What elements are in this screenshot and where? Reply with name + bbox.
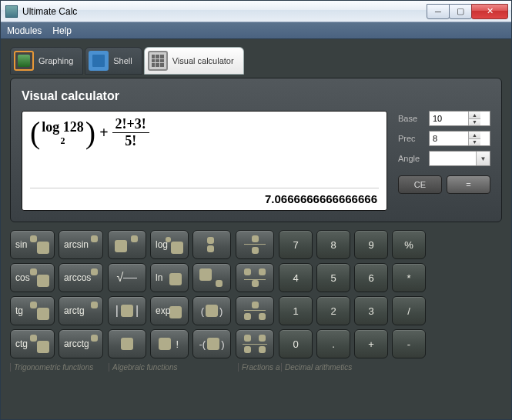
calculator-panel: Visual calculator ( log 128 2 ) + 2!+3! … [10, 78, 502, 222]
key-abs[interactable]: || [108, 296, 146, 325]
base-down[interactable]: ▼ [468, 119, 480, 126]
key-factorial[interactable]: ! [150, 329, 189, 358]
window-controls: ─ ▢ ✕ [427, 4, 508, 19]
key-log[interactable]: log [150, 230, 189, 259]
settings-column: Base ▲▼ Prec ▲▼ Angle [398, 111, 490, 211]
shell-icon [89, 51, 109, 71]
prec-down[interactable]: ▼ [468, 139, 480, 146]
key-arccos[interactable]: arccos [59, 263, 103, 292]
key-frac-1[interactable] [236, 230, 274, 259]
prec-up[interactable]: ▲ [468, 132, 480, 139]
log-base: 2 [61, 135, 65, 147]
key-frac-2[interactable] [236, 263, 274, 292]
group-labels: Trigonometric functions Algebraic functi… [10, 363, 502, 372]
key-power[interactable] [108, 230, 146, 259]
key-ln[interactable]: ln [150, 263, 189, 292]
key-multiply[interactable]: * [392, 263, 426, 292]
tab-shell-label: Shell [113, 56, 132, 65]
key-9[interactable]: 9 [354, 230, 388, 259]
chevron-down-icon[interactable]: ▼ [476, 152, 490, 165]
tab-visual-label: Visual calculator [172, 56, 234, 65]
keypad: sin arcsin cos arccos tg arctg ctg arcct… [10, 230, 502, 358]
key-ctg[interactable]: ctg [10, 329, 55, 358]
angle-label: Angle [398, 154, 424, 163]
key-7[interactable]: 7 [279, 230, 313, 259]
label-alg: Algebraic functions [109, 363, 238, 372]
key-arcctg[interactable]: arcctg [59, 329, 103, 358]
clear-button[interactable]: CE [398, 175, 442, 194]
base-spinner[interactable]: ▲▼ [429, 111, 490, 126]
menu-help[interactable]: Help [52, 25, 72, 36]
label-trig: Trigonometric functions [10, 363, 109, 372]
calculator-icon [148, 51, 168, 71]
fraction-denominator: 5! [122, 133, 139, 149]
key-cos[interactable]: cos [10, 263, 55, 292]
key-4[interactable]: 4 [279, 263, 313, 292]
key-sin[interactable]: sin [10, 230, 55, 259]
key-0[interactable]: 0 [279, 329, 313, 358]
key-percent[interactable]: % [392, 230, 426, 259]
expression-display[interactable]: ( log 128 2 ) + 2!+3! 5! 7.066666666 [22, 111, 387, 211]
key-division-dots[interactable] [192, 230, 231, 259]
key-sqrt[interactable]: √ [108, 263, 146, 292]
key-plus[interactable]: + [354, 329, 388, 358]
key-frac-4[interactable] [236, 329, 274, 358]
titlebar[interactable]: Ultimate Calc ─ ▢ ✕ [1, 1, 511, 22]
right-paren: ) [85, 118, 95, 148]
log-arg: 128 [63, 119, 84, 135]
key-neg-paren[interactable]: -() [192, 329, 231, 358]
fraction-numerator: 2!+3! [112, 116, 149, 133]
menu-modules[interactable]: Modules [7, 25, 42, 36]
algebra-group: log √ ln || exp () ! -() [108, 230, 231, 358]
tab-strip: Graphing Shell Visual calculator [10, 47, 502, 75]
tab-graphing-label: Graphing [38, 56, 73, 65]
base-input[interactable] [430, 112, 468, 125]
fractions-group [236, 230, 274, 358]
prec-spinner[interactable]: ▲▼ [429, 131, 490, 146]
result-divider [30, 188, 379, 188]
minimize-button[interactable]: ─ [427, 4, 450, 19]
expression: ( log 128 2 ) + 2!+3! 5! [30, 116, 379, 149]
key-exp[interactable]: exp [150, 296, 189, 325]
log-label: log [42, 119, 59, 135]
result-value: 7.0666666666666666 [265, 192, 377, 205]
tab-shell[interactable]: Shell [85, 47, 142, 75]
key-subscript[interactable] [192, 263, 231, 292]
maximize-button[interactable]: ▢ [449, 4, 472, 19]
key-arctg[interactable]: arctg [59, 296, 103, 325]
key-8[interactable]: 8 [316, 230, 350, 259]
equals-button[interactable]: = [447, 175, 490, 194]
sqrt-icon: √ [117, 271, 124, 285]
label-frac: Fractions a [238, 363, 281, 372]
key-dot[interactable]: . [316, 329, 350, 358]
key-tg[interactable]: tg [10, 296, 55, 325]
menubar: Modules Help [1, 22, 511, 39]
base-up[interactable]: ▲ [468, 112, 480, 119]
trig-group: sin arcsin cos arccos tg arctg ctg arcct… [10, 230, 103, 358]
client-area: Graphing Shell Visual calculator Visual … [1, 39, 511, 419]
angle-value [430, 152, 476, 165]
prec-input[interactable] [430, 132, 468, 145]
key-1[interactable]: 1 [279, 296, 313, 325]
tab-visual-calculator[interactable]: Visual calculator [144, 47, 244, 75]
label-dec: Decimal arithmetics [281, 363, 502, 372]
key-3[interactable]: 3 [354, 296, 388, 325]
key-arcsin[interactable]: arcsin [59, 230, 103, 259]
key-placeholder[interactable] [108, 329, 146, 358]
app-window: Ultimate Calc ─ ▢ ✕ Modules Help Graphin… [0, 0, 512, 420]
angle-combo[interactable]: ▼ [429, 151, 490, 166]
key-5[interactable]: 5 [316, 263, 350, 292]
window-title: Ultimate Calc [22, 6, 427, 17]
key-2[interactable]: 2 [316, 296, 350, 325]
tab-graphing[interactable]: Graphing [10, 47, 83, 75]
key-parens[interactable]: () [192, 296, 231, 325]
key-minus[interactable]: - [392, 329, 426, 358]
key-6[interactable]: 6 [354, 263, 388, 292]
key-frac-3[interactable] [236, 296, 274, 325]
left-paren: ( [30, 118, 40, 148]
close-button[interactable]: ✕ [471, 4, 508, 19]
prec-label: Prec [398, 134, 424, 143]
key-divide[interactable]: / [392, 296, 426, 325]
app-icon [5, 5, 18, 18]
base-label: Base [398, 114, 424, 123]
